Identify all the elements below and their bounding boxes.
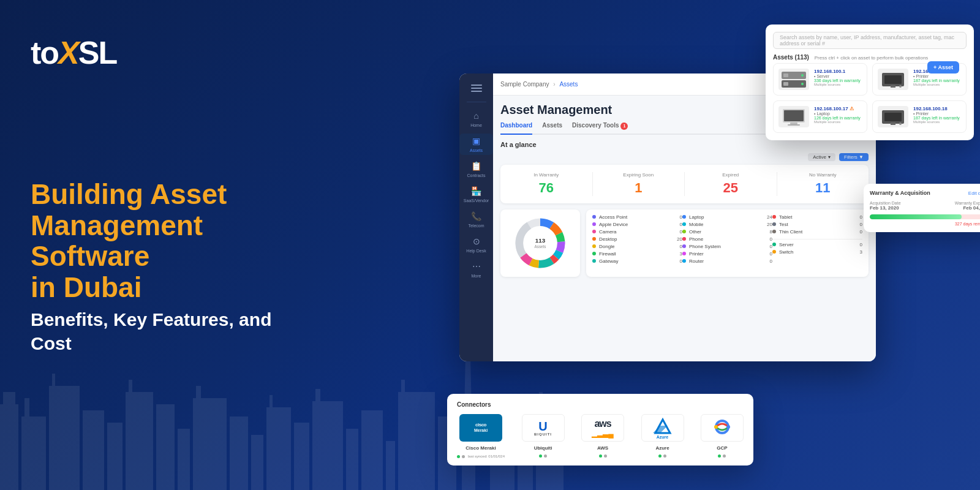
list-item: Desktop 20 (592, 236, 682, 242)
telecom-icon: 📞 (471, 211, 481, 221)
list-item: Test 0 (772, 222, 862, 227)
asset-image (778, 69, 809, 90)
breadcrumb-sep: › (553, 81, 557, 88)
svg-rect-14 (230, 417, 248, 490)
asset-card[interactable]: 192.168.100.1 • Server 336 days left in … (773, 63, 867, 96)
connector-cisco[interactable]: cisco Meraki Cisco Meraki last synced: 0… (457, 414, 505, 458)
dot-icon (772, 230, 776, 233)
stat-value: 25 (685, 180, 777, 196)
dot-icon (592, 222, 596, 226)
sidebar-item-assets[interactable]: ▣ Assets (459, 134, 493, 155)
at-glance-title: At a glance (500, 141, 869, 148)
connector-name: Cisco Meraki (466, 445, 496, 451)
list-item: Gateway 0 (592, 258, 682, 264)
asset-warranty: 336 days left in warranty (814, 78, 862, 83)
asset-source: Multiple sources (913, 83, 961, 86)
connector-aws[interactable]: aws ▁▂▃▄ AWS (581, 414, 624, 458)
item-label: Camera (599, 229, 616, 235)
search-panel: Search assets by name, user, IP address,… (766, 24, 974, 140)
item-count: 20 (767, 222, 772, 227)
item-count: 20 (677, 236, 682, 242)
status-dot (544, 454, 547, 458)
connector-azure[interactable]: Azure Azure (641, 414, 684, 458)
svg-rect-37 (783, 74, 788, 77)
svg-rect-8 (126, 392, 153, 490)
helpdesk-icon: ⊙ (473, 236, 480, 246)
add-asset-button[interactable]: + Asset (927, 61, 959, 74)
asset-col-left: Access Point 0 Apple Device 0 (592, 214, 682, 264)
sidebar-item-telecom[interactable]: 📞 Telecom (459, 209, 493, 230)
active-filter[interactable]: Active ▾ (808, 153, 835, 161)
status-dot (723, 454, 726, 458)
item-label: Thin Client (779, 229, 802, 235)
warranty-bar-fill (870, 214, 962, 219)
svg-rect-10 (156, 404, 175, 490)
stat-label: In Warranty (500, 172, 592, 178)
svg-rect-25 (401, 380, 405, 392)
warranty-days: 327 days remaining (870, 222, 980, 226)
list-item: Switch 3 (772, 249, 862, 255)
stat-expired: Expired 25 (685, 172, 777, 196)
sidebar-item-more[interactable]: ⋯ More (459, 259, 493, 281)
aws-logo: aws ▁▂▃▄ (581, 414, 624, 442)
svg-rect-20 (315, 389, 320, 401)
status-dot (539, 454, 542, 458)
logo-x: X (58, 35, 78, 70)
connector-name: Azure (655, 445, 669, 451)
asset-col-right: Tablet 0 Test 0 Thin C (772, 214, 862, 264)
sidebar-item-contracts[interactable]: 📋 Contracts (459, 159, 493, 180)
svg-point-65 (714, 425, 718, 429)
status-dot (599, 454, 602, 458)
asset-row: Access Point 0 Apple Device 0 (592, 214, 862, 264)
dot-icon (772, 250, 776, 254)
asset-card[interactable]: 192.168.100.17 ⚠ • Laptop 126 days left … (773, 100, 867, 133)
sidebar-item-saas[interactable]: 🏪 SaaS/Vendor (459, 184, 493, 205)
connector-gcp[interactable]: GCP (701, 414, 744, 458)
last-synced: last synced: 01/01/024 (468, 454, 505, 458)
tab-assets[interactable]: Assets (542, 122, 562, 134)
search-bar[interactable]: Search assets by name, user, IP address,… (773, 32, 967, 49)
item-label: Laptop (689, 214, 704, 220)
tab-discovery[interactable]: Discovery Tools 1 (572, 122, 628, 134)
asset-warranty: 187 days left in warranty (913, 78, 961, 83)
sidebar-item-home[interactable]: ⌂ Home (459, 108, 493, 130)
tab-dashboard[interactable]: Dashboard (500, 122, 532, 135)
item-label: Printer (689, 251, 704, 257)
item-count: 0 (860, 214, 862, 220)
asset-ip: 192.168.100.1 (814, 69, 862, 74)
asset-ip: 192.168.100.18 (913, 106, 961, 111)
dot-icon (682, 252, 686, 255)
gcp-logo (701, 414, 744, 442)
bottom-section: 113 Assets Access Point 0 (500, 209, 869, 277)
svg-rect-22 (361, 410, 383, 490)
azure-logo: Azure (641, 414, 684, 442)
svg-point-36 (801, 83, 804, 85)
dot-icon (592, 259, 596, 263)
connector-ubiquiti[interactable]: U BIQUITI Ubiquiti (522, 414, 565, 458)
asset-source: Multiple sources (814, 120, 862, 124)
connector-status (539, 454, 547, 458)
donut-total: 113 (535, 237, 546, 244)
svg-rect-41 (891, 85, 895, 88)
more-icon: ⋯ (472, 262, 481, 271)
svg-rect-13 (196, 386, 201, 398)
stats-row: In Warranty 76 Expiring Soon 1 Expired 2… (500, 165, 869, 203)
filters-button[interactable]: Filters ▼ (839, 153, 869, 161)
contracts-icon: 📋 (471, 161, 481, 171)
chevron-down-icon: ▾ (828, 154, 831, 160)
sidebar-item-helpdesk[interactable]: ⊙ Help Desk (459, 234, 493, 255)
hamburger-menu[interactable] (467, 81, 486, 96)
warranty-detail-panel: Warranty & Acquisition Edit details Acqu… (864, 184, 980, 232)
svg-rect-15 (251, 435, 263, 490)
asset-type: • Server (814, 74, 862, 78)
sidebar-label-contracts: Contracts (467, 173, 486, 178)
list-item: Phone System 0 (682, 244, 772, 249)
status-dot (718, 454, 721, 458)
item-label: Mobile (689, 222, 704, 227)
dot-icon (592, 252, 596, 255)
warranty-header: Warranty & Acquisition Edit details (870, 190, 980, 196)
warranty-exp-value: Feb 04, 2022 (955, 205, 980, 211)
dashboard-sidebar: ⌂ Home ▣ Assets 📋 Contracts 🏪 SaaS/Vendo… (459, 74, 493, 361)
asset-card[interactable]: 192.168.100.18 • Printer 187 days left i… (872, 100, 967, 133)
warranty-edit[interactable]: Edit details (968, 190, 980, 196)
